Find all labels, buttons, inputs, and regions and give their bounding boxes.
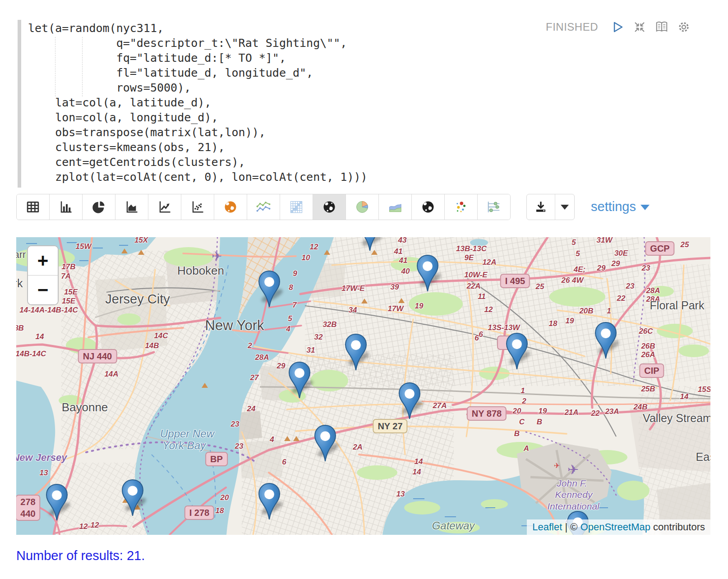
- globe-dark-icon: [421, 200, 435, 214]
- zoom-out-button[interactable]: −: [28, 276, 58, 304]
- viz-globe-orange-button[interactable]: [214, 194, 247, 220]
- svg-text:✈: ✈: [554, 462, 560, 469]
- book-icon: [655, 20, 668, 34]
- viz-area-chart-button[interactable]: [115, 194, 148, 220]
- download-group: [526, 194, 575, 220]
- map[interactable]: ✈ ✈ ✈ 15X15W17B7A15E15E14-14A-14B-14C8B1…: [16, 237, 710, 535]
- marker-pin-icon: [359, 237, 381, 251]
- attribution-copyright: ©: [570, 521, 580, 533]
- viz-scatter-color-button[interactable]: [444, 194, 477, 220]
- bar-chart-icon: [59, 200, 73, 214]
- indent-guide: [82, 37, 83, 96]
- viz-toolbar-row: settings: [16, 194, 710, 220]
- marker-pin-icon: [398, 382, 421, 419]
- sliders-icon: [487, 200, 501, 214]
- result-count: Number of results: 21.: [16, 548, 145, 563]
- viz-globe-map-button[interactable]: [313, 194, 346, 220]
- editor-gutter: [18, 20, 21, 188]
- marker-pin-icon: [46, 484, 68, 521]
- viz-line-chart-button[interactable]: [148, 194, 181, 220]
- indent-guide: [55, 37, 55, 96]
- map-marker[interactable]: [288, 362, 311, 399]
- map-marker[interactable]: [258, 483, 281, 520]
- pie-chart-icon: [92, 200, 106, 214]
- viz-pie-color-button[interactable]: [346, 194, 378, 220]
- area-chart-icon: [125, 200, 138, 214]
- map-marker[interactable]: [46, 484, 68, 521]
- settings-caret-icon: [640, 205, 650, 210]
- show-output-button[interactable]: [654, 20, 669, 34]
- marker-pin-icon: [345, 334, 367, 371]
- map-marker[interactable]: [345, 334, 367, 371]
- map-marker[interactable]: [258, 271, 281, 308]
- marker-pin-icon: [416, 255, 439, 292]
- viz-bar-chart-button[interactable]: [49, 194, 82, 220]
- viz-grid-heatmap-button[interactable]: [280, 194, 313, 220]
- marker-pin-icon: [288, 362, 311, 399]
- marker-pin-icon: [594, 322, 617, 359]
- viz-pie-chart-button[interactable]: [82, 194, 115, 220]
- download-button[interactable]: [527, 194, 555, 220]
- map-marker[interactable]: [121, 479, 144, 516]
- map-marker[interactable]: [506, 333, 528, 370]
- play-icon: [611, 20, 624, 34]
- viz-scatter-plot-button[interactable]: [181, 194, 214, 220]
- settings-label: settings: [591, 199, 636, 214]
- attribution-suffix: contributors: [650, 521, 705, 533]
- chevron-down-icon: [561, 205, 569, 210]
- zoom-in-button[interactable]: +: [28, 246, 58, 276]
- settings-toggle[interactable]: settings: [591, 194, 650, 219]
- globe-orange-icon: [224, 200, 237, 214]
- status-badge: FINISHED: [546, 21, 598, 33]
- notebook-page: let(a=random(nyc311, q="descriptor_t:\"R…: [0, 0, 728, 579]
- collapse-icon: [633, 20, 646, 34]
- area-color-icon: [388, 200, 402, 214]
- marker-pin-icon: [314, 425, 336, 462]
- svg-text:✈: ✈: [567, 462, 579, 477]
- download-icon: [534, 200, 548, 214]
- zoom-control: + −: [27, 245, 59, 305]
- code-editor[interactable]: let(a=random(nyc311, q="descriptor_t:\"R…: [16, 18, 530, 190]
- paragraph-controls: FINISHED: [546, 20, 691, 34]
- osm-link[interactable]: OpenStreetMap: [581, 521, 650, 533]
- basemap: ✈ ✈ ✈: [16, 237, 710, 535]
- map-marker[interactable]: [594, 322, 617, 359]
- viz-toolbar: [16, 194, 511, 220]
- marker-pin-icon: [258, 483, 281, 520]
- marker-pin-icon: [258, 271, 281, 308]
- gear-icon: [677, 20, 691, 34]
- viz-multi-line-button[interactable]: [247, 194, 280, 220]
- svg-text:✈: ✈: [212, 249, 222, 263]
- run-button[interactable]: [610, 20, 625, 34]
- map-marker[interactable]: [398, 382, 421, 419]
- code-text: let(a=random(nyc311, q="descriptor_t:\"R…: [16, 18, 530, 184]
- paragraph-settings-button[interactable]: [677, 20, 691, 34]
- multi-line-icon: [256, 200, 271, 214]
- attribution-divider: |: [562, 521, 570, 533]
- viz-table-button[interactable]: [17, 194, 49, 220]
- globe-map-icon: [323, 200, 336, 214]
- pie-color-icon: [355, 200, 369, 214]
- map-marker[interactable]: [416, 255, 439, 292]
- leaflet-link[interactable]: Leaflet: [532, 521, 562, 533]
- download-options-button[interactable]: [555, 194, 574, 220]
- table-icon: [26, 200, 40, 214]
- map-marker[interactable]: [314, 425, 336, 462]
- line-chart-icon: [158, 200, 171, 214]
- marker-pin-icon: [121, 479, 144, 516]
- viz-sliders-button[interactable]: [477, 194, 510, 220]
- grid-heatmap-icon: [290, 200, 303, 214]
- scatter-plot-icon: [191, 200, 204, 214]
- viz-area-color-button[interactable]: [378, 194, 411, 220]
- marker-pin-icon: [506, 333, 528, 370]
- scatter-color-icon: [454, 200, 468, 214]
- collapse-button[interactable]: [632, 20, 647, 34]
- map-marker[interactable]: [359, 237, 381, 251]
- map-attribution: Leaflet | © OpenStreetMap contributors: [527, 519, 710, 535]
- viz-globe-dark-button[interactable]: [411, 194, 444, 220]
